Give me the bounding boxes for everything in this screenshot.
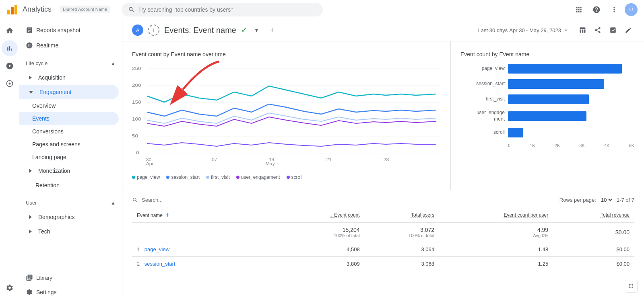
monetization-label: Monetization — [38, 168, 70, 174]
date-range-value: Apr 30 - May 29, 2023 — [509, 27, 561, 33]
page-content: A + Events: Event name ✓ ▾ + Last 30 day… — [122, 19, 644, 278]
legend-dot-session-start — [166, 176, 169, 179]
bar-chart-icon — [6, 44, 14, 52]
rows-per-page-select[interactable]: 10 25 50 — [599, 197, 613, 203]
bar-label-user-engagement: user_engagement — [460, 110, 505, 122]
sidebar-library[interactable]: Library — [19, 271, 122, 285]
row1-num: 1 — [137, 246, 140, 252]
x-axis-5k: 5K — [629, 143, 634, 148]
row2-link[interactable]: session_start — [144, 261, 175, 267]
app-body: Reports snapshot Realtime Life cycle ▲ A… — [0, 19, 644, 299]
sidebar-item-retention[interactable]: Retention — [19, 178, 122, 193]
edit-icon-btn[interactable] — [622, 24, 634, 36]
date-range-picker[interactable]: Last 30 days Apr 30 - May 29, 2023 — [474, 25, 573, 36]
insights-icon — [609, 27, 617, 34]
sidebar-item-tech[interactable]: Tech — [19, 224, 122, 239]
pagination-info: 1-7 of 7 — [617, 197, 634, 203]
bar-row-user-engagement: user_engagement — [460, 110, 634, 122]
date-label: Last 30 days — [478, 27, 508, 33]
sidebar-item-settings[interactable]: Settings — [19, 285, 122, 299]
compare-icon-btn[interactable] — [576, 24, 588, 36]
col-event-count-per-user[interactable]: Event count per user — [439, 208, 553, 222]
row1-per-user: 1.48 — [439, 242, 553, 257]
col-event-count[interactable]: ↓ Event count — [283, 208, 364, 222]
legend-label-scroll: scroll — [291, 174, 303, 180]
bar-container-scroll — [508, 128, 634, 137]
bar-fill-first-visit — [508, 94, 589, 104]
overview-label: Overview — [32, 102, 56, 109]
bar-chart-wrapper: page_view session_start fi — [460, 64, 634, 148]
sidebar-child-landing-page[interactable]: Landing page — [19, 151, 122, 164]
col-total-users[interactable]: Total users — [365, 208, 439, 222]
user-label: User — [26, 200, 37, 206]
col-total-revenue[interactable]: Total revenue — [553, 208, 634, 222]
home-icon-btn[interactable] — [2, 23, 18, 39]
totals-revenue: $0.00 — [553, 222, 634, 242]
apps-icon-btn[interactable] — [572, 2, 586, 17]
legend-dot-page-view — [132, 176, 135, 179]
sidebar-item-acquisition[interactable]: Acquisition — [19, 70, 122, 85]
reports-icon-btn[interactable] — [2, 40, 18, 56]
apps-icon — [575, 6, 583, 14]
totals-event-count-value: 15,204 — [287, 227, 359, 233]
help-icon-btn[interactable] — [589, 2, 604, 17]
share-icon — [594, 27, 601, 34]
user-header[interactable]: User ▲ — [19, 196, 122, 210]
bar-chart-title: Event count by Event name — [460, 51, 634, 57]
insights-icon-btn[interactable] — [607, 24, 619, 36]
lifecycle-header[interactable]: Life cycle ▲ — [19, 56, 122, 70]
x-axis-4k: 4K — [604, 143, 609, 148]
retention-label: Retention — [35, 182, 60, 188]
edit-icon — [625, 27, 632, 34]
advertising-icon-btn[interactable] — [2, 76, 18, 92]
settings-icon-btn[interactable] — [2, 280, 18, 296]
add-comparison-btn[interactable]: + — [148, 25, 159, 36]
sidebar-child-conversions[interactable]: Conversions — [19, 125, 122, 138]
landing-page-label: Landing page — [32, 154, 66, 160]
main-content: A + Events: Event name ✓ ▾ + Last 30 day… — [122, 19, 644, 299]
add-event-col-btn[interactable]: + — [165, 211, 169, 219]
user-avatar[interactable]: U — [625, 3, 638, 16]
bar-label-session-start: session_start — [460, 81, 505, 87]
library-label: Library — [36, 275, 52, 281]
svg-text:200: 200 — [132, 83, 141, 88]
totals-event-count: 15,204 100% of total — [283, 222, 364, 242]
search-input[interactable] — [138, 6, 316, 13]
settings-nav-label: Settings — [36, 289, 57, 295]
col-event-name[interactable]: Event name + — [132, 208, 283, 222]
sidebar-item-reports-snapshot[interactable]: Reports snapshot — [19, 23, 122, 38]
legend-label-page-view: page_view — [137, 174, 160, 180]
sidebar-child-events[interactable]: Events — [19, 112, 119, 125]
sidebar-item-realtime[interactable]: Realtime — [19, 38, 122, 53]
svg-text:28: 28 — [384, 158, 389, 162]
sidebar-item-engagement[interactable]: Engagement — [19, 85, 119, 99]
bar-row-session-start: session_start — [460, 79, 634, 89]
bar-label-page-view: page_view — [460, 66, 505, 72]
monetization-expand-icon — [29, 169, 32, 173]
engagement-expand-icon — [29, 91, 33, 94]
demographics-expand-icon — [29, 215, 32, 219]
table-search-input[interactable] — [142, 197, 209, 203]
rows-per-page-label: Rows per page: — [559, 197, 596, 203]
snapshot-icon — [26, 27, 33, 34]
share-icon-btn[interactable] — [592, 24, 604, 36]
search-bar[interactable] — [122, 3, 323, 16]
sidebar-child-overview[interactable]: Overview — [19, 99, 122, 112]
more-icon-btn[interactable] — [607, 2, 621, 17]
sidebar-child-pages-screens[interactable]: Pages and screens — [19, 138, 122, 151]
legend-dot-user-engagement — [236, 176, 239, 179]
title-dropdown-btn[interactable]: ▾ — [252, 25, 262, 35]
bar-fill-user-engagement — [508, 111, 586, 121]
sidebar-item-monetization[interactable]: Monetization — [19, 164, 122, 178]
totals-revenue-value: $0.00 — [558, 229, 630, 236]
explore-icon-btn[interactable] — [2, 58, 18, 74]
sidebar-item-demographics[interactable]: Demographics — [19, 210, 122, 224]
row2-num-name: 2 session_start — [132, 257, 283, 271]
explore-icon — [6, 62, 14, 70]
row1-link[interactable]: page_view — [144, 246, 169, 252]
add-metric-btn[interactable]: + — [266, 25, 278, 36]
bar-row-scroll: scroll — [460, 128, 634, 137]
row2-revenue: $0.00 — [553, 257, 634, 271]
expand-float-btn[interactable] — [625, 280, 638, 293]
table-chart-icon — [579, 27, 586, 34]
